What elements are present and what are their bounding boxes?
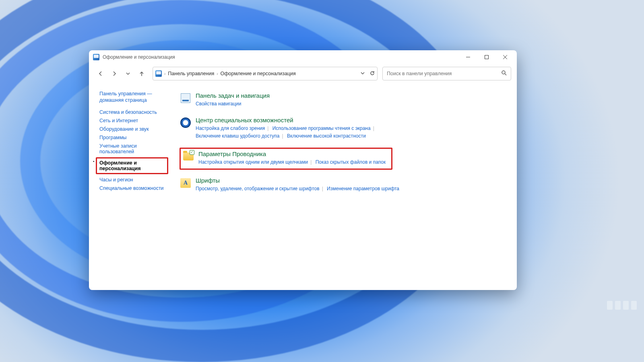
link-click-open[interactable]: Настройка открытия одним или двумя щелчк…: [198, 159, 308, 165]
control-panel-icon: [155, 70, 162, 77]
sidebar-item-accessibility[interactable]: Специальные возможности: [99, 185, 170, 191]
svg-rect-1: [485, 56, 489, 59]
sidebar-home-link[interactable]: Панель управления — домашняя страница: [99, 90, 170, 104]
refresh-button[interactable]: [370, 71, 375, 77]
chevron-right-icon: ›: [164, 72, 165, 76]
link-high-contrast[interactable]: Включение высокой контрастности: [287, 133, 366, 139]
chevron-right-icon: ›: [217, 72, 218, 76]
svg-point-5: [502, 71, 505, 74]
content-area: Панель задач и навигация Свойства навига…: [170, 90, 509, 282]
navigation-bar: › Панель управления › Оформление и персо…: [89, 64, 517, 83]
search-input[interactable]: [387, 71, 502, 76]
address-bar[interactable]: › Панель управления › Оформление и персо…: [153, 67, 378, 80]
link-low-vision[interactable]: Настройка для слабого зрения: [196, 125, 265, 131]
svg-line-6: [505, 74, 506, 75]
window-title: Оформление и персонализация: [103, 54, 175, 60]
sidebar-item-programs[interactable]: Программы: [99, 135, 170, 140]
control-panel-icon: [93, 54, 99, 60]
section-heading[interactable]: Шрифты: [196, 177, 399, 184]
close-button[interactable]: [496, 51, 514, 63]
forward-button[interactable]: [108, 68, 120, 80]
sidebar-item-accounts[interactable]: Учетные записи пользователей: [99, 143, 170, 154]
sidebar-item-network[interactable]: Сеть и Интернет: [99, 118, 170, 123]
section-fonts: A Шрифты Просмотр, удаление, отображение…: [180, 175, 509, 194]
section-explorer-options: Параметры Проводника Настройка открытия …: [180, 148, 392, 170]
fonts-icon: A: [180, 177, 192, 189]
section-heading[interactable]: Панель задач и навигация: [196, 92, 270, 99]
breadcrumb-root[interactable]: Панель управления: [168, 71, 214, 76]
link-hidden-files[interactable]: Показ скрытых файлов и папок: [316, 159, 386, 165]
section-ease-of-access: Центр специальных возможностей Настройка…: [180, 115, 509, 142]
search-box[interactable]: [382, 67, 511, 80]
minimize-button[interactable]: [459, 51, 477, 63]
sidebar-item-hardware[interactable]: Оборудование и звук: [99, 126, 170, 132]
breadcrumb-current[interactable]: Оформление и персонализация: [221, 71, 296, 76]
sidebar-item-appearance[interactable]: Оформление и персонализация: [96, 157, 168, 174]
link-access-keys[interactable]: Включение клавиш удобного доступа: [196, 133, 280, 139]
link-nav-properties[interactable]: Свойства навигации: [196, 101, 241, 107]
recent-dropdown[interactable]: [122, 68, 134, 80]
control-panel-window: Оформление и персонализация › Панель упр…: [89, 50, 517, 290]
link-view-fonts[interactable]: Просмотр, удаление, отображение и скрыти…: [196, 186, 320, 191]
titlebar: Оформление и персонализация: [89, 50, 517, 64]
sidebar-item-clock[interactable]: Часы и регион: [99, 177, 170, 183]
sidebar-item-system[interactable]: Система и безопасность: [99, 109, 170, 115]
folder-options-icon: [182, 150, 194, 162]
up-button[interactable]: [136, 68, 148, 80]
address-dropdown[interactable]: [360, 71, 365, 77]
section-taskbar: Панель задач и навигация Свойства навига…: [180, 90, 509, 109]
section-heading[interactable]: Центр специальных возможностей: [196, 117, 377, 123]
back-button[interactable]: [95, 68, 107, 80]
sidebar: Панель управления — домашняя страница Си…: [99, 90, 170, 282]
ease-of-access-icon: [180, 117, 192, 129]
link-font-settings[interactable]: Изменение параметров шрифта: [327, 186, 399, 191]
link-screen-reader[interactable]: Использование программы чтения с экрана: [272, 125, 371, 131]
maximize-button[interactable]: [477, 51, 496, 63]
desktop-widgets: [607, 301, 637, 310]
taskbar-icon: [180, 92, 192, 104]
section-heading[interactable]: Параметры Проводника: [198, 150, 386, 157]
search-icon[interactable]: [502, 70, 507, 77]
